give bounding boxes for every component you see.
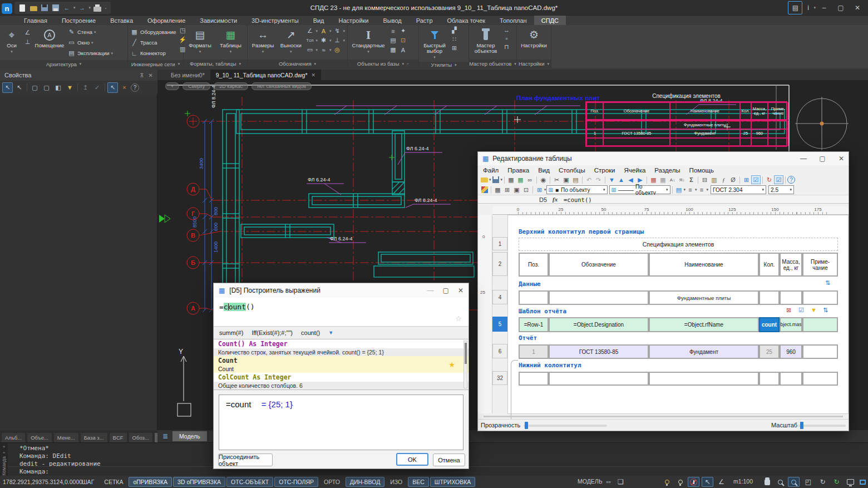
data-cell-c4[interactable]: Фундаментные плиты [649, 290, 759, 305]
toggle-lineweight[interactable]: ВЕС [408, 477, 429, 487]
angle-dim-icon[interactable]: ∠ [305, 27, 314, 34]
object-master-button[interactable]: Мастер объектов [471, 27, 500, 54]
layout-list-icon[interactable]: ≣ [160, 432, 170, 440]
connector-button[interactable]: ∟Коннектор [130, 48, 176, 58]
axis-tool2-icon[interactable]: ⊥ [23, 38, 32, 46]
panel-close-icon[interactable]: ✕ [149, 72, 153, 78]
data-cell-b4[interactable] [549, 290, 649, 305]
lasso-select-button[interactable]: ▢ [41, 82, 52, 93]
annotation-scale[interactable]: m1:100 [733, 478, 753, 485]
border-mode-icon[interactable]: ⊞ [535, 185, 544, 194]
text-height-select[interactable]: 2.5▾ [768, 185, 794, 194]
menu-rows[interactable]: Строки [594, 167, 615, 174]
calc-table-icon[interactable]: ⊞ [742, 175, 751, 184]
table-dialog-titlebar[interactable]: ▦ Редактирование таблицы [478, 152, 849, 165]
weld-icon[interactable]: ✱ [319, 37, 328, 44]
dock-tab-base[interactable]: База з... [80, 432, 108, 442]
filter-select-button[interactable]: ▼ [65, 82, 75, 93]
pointer-button[interactable]: ↖ [107, 82, 118, 93]
base-obj2-icon[interactable]: ✦ [399, 27, 407, 34]
rect-select-button[interactable]: ▢ [29, 82, 40, 93]
pin-icon[interactable]: ⊼ [140, 72, 144, 78]
master3-icon[interactable]: ⊓ [502, 43, 511, 51]
shortcut-count[interactable]: count() [301, 329, 320, 336]
header-cell-qty[interactable]: Кол. [759, 253, 780, 277]
tab-vstavka[interactable]: Вставка [103, 16, 140, 25]
merge-cells-icon[interactable]: ▦ [493, 185, 502, 194]
function-list-item-selected[interactable]: Count Count ★ [214, 356, 468, 373]
menu-sections[interactable]: Разделы [654, 167, 680, 174]
tab-nastroyki[interactable]: Настройки [332, 16, 376, 25]
row-header-2[interactable]: 2 [492, 252, 507, 276]
frame-a-icon[interactable]: ▭ [305, 46, 314, 53]
report-cell-b6[interactable]: ГОСТ 13580-85 [549, 344, 649, 359]
doc-tab-close-icon[interactable]: ✕ [311, 72, 315, 78]
row-header-5[interactable]: 5 [492, 317, 507, 332]
border-color-select[interactable]: ⊞■По объекту▾ [546, 185, 608, 194]
sort-asc-icon[interactable]: А↓ [668, 175, 677, 184]
open-icon[interactable] [480, 175, 489, 184]
toggle-otrack-object[interactable]: ОТС-ОБЪЕКТ [226, 477, 273, 487]
move-col-left-icon[interactable]: ◀ [626, 175, 635, 184]
template-cell-f5[interactable] [802, 317, 838, 332]
explication-button[interactable]: ▤Экспликации▾ [67, 48, 113, 58]
expr-maximize-button[interactable]: ▢ [443, 287, 449, 294]
menu-edit[interactable]: Правка [507, 167, 529, 174]
row-header-32[interactable]: 32 [492, 371, 507, 385]
fullscreen-icon[interactable] [857, 477, 868, 487]
help-icon[interactable]: ? [131, 83, 139, 92]
menu-help[interactable]: Помощь [689, 167, 714, 174]
template-cell-d5-selected[interactable]: count [759, 317, 780, 332]
function-list-scrollbar[interactable] [463, 341, 467, 388]
doc-tab-current[interactable]: 9_10_ 11_Таблица nanoCAD.dwg*✕ [210, 70, 321, 80]
info-button[interactable]: i [802, 1, 813, 14]
undo-button[interactable]: ← [62, 3, 71, 12]
text-placement-icon[interactable]: ▤ [674, 185, 684, 194]
tab-rastr[interactable]: Растр [409, 16, 440, 25]
toggle-grid[interactable]: СЕТКА [100, 477, 127, 487]
monitor-icon[interactable] [845, 477, 856, 487]
footer-cell-c32[interactable] [649, 372, 759, 386]
dialog-help-icon[interactable]: ? [787, 176, 795, 184]
undo-icon[interactable]: ↶ [584, 175, 594, 184]
function-list-item[interactable]: Count() As Integer Количество строк, зан… [214, 339, 468, 356]
command-pin-icon[interactable]: + [3, 450, 6, 455]
expr-dialog-titlebar[interactable]: ▦ [D5] Построитель выражений — ▢ ✕ [214, 283, 468, 298]
favorite-star-filled-icon[interactable]: ★ [448, 361, 455, 369]
import-table-icon[interactable]: ▦ [506, 175, 516, 184]
toggle-osnap[interactable]: оПРИВЯЗКА [129, 477, 172, 487]
scale-slider[interactable] [798, 425, 846, 427]
model-space-label[interactable]: МОДЕЛЬ [578, 478, 603, 485]
save-button[interactable] [40, 3, 49, 12]
expr-close-button[interactable]: ✕ [458, 287, 463, 294]
restore-button[interactable]: ▢ [832, 1, 849, 14]
header-cell-note[interactable]: Приме- чание [802, 253, 838, 277]
diameter-icon[interactable]: Ø [728, 175, 738, 184]
link-icon[interactable]: ∞ [525, 175, 535, 184]
tables-button[interactable]: ▦Таблицы▾ [216, 27, 245, 55]
expr-minimize-button[interactable]: — [427, 287, 434, 294]
data-cell-e4[interactable] [780, 290, 802, 305]
redo-button[interactable]: → [78, 3, 87, 12]
tab-oblaka-tochek[interactable]: Облака точек [440, 16, 493, 25]
report-cell-e6[interactable]: 960 [780, 344, 802, 359]
axes-button[interactable]: ⌖Оси▾ [2, 27, 21, 55]
table-h-scrollbar[interactable] [484, 416, 843, 417]
brush-format-icon[interactable] [480, 185, 489, 194]
dock-tab-bcf[interactable]: BCF [109, 432, 127, 442]
template-cell-b5[interactable]: =Object.Designation [549, 317, 649, 332]
group-caption-base-objects[interactable]: Объекты из базы▾⌐ [348, 60, 418, 68]
new-file-button[interactable] [18, 3, 27, 12]
zoom-icon[interactable] [775, 477, 786, 487]
sort-desc-icon[interactable]: Я↓ [677, 175, 687, 184]
zoom-rect-icon[interactable]: ◰ [802, 477, 814, 487]
group-caption-utilities[interactable]: Утилиты▾ [419, 62, 468, 68]
toggle-step[interactable]: ШАГ [77, 477, 98, 487]
menu-file[interactable]: Файл [483, 167, 499, 174]
header-cell-designation[interactable]: Обозначение [549, 253, 649, 277]
dialog-close-button[interactable]: ✕ [833, 153, 850, 164]
wall-button[interactable]: ✎Стена▾ [67, 27, 113, 37]
select-button[interactable]: ↖ [14, 82, 24, 93]
menu-view[interactable]: Вид [538, 167, 550, 174]
footer-cell-d32[interactable] [759, 372, 780, 386]
